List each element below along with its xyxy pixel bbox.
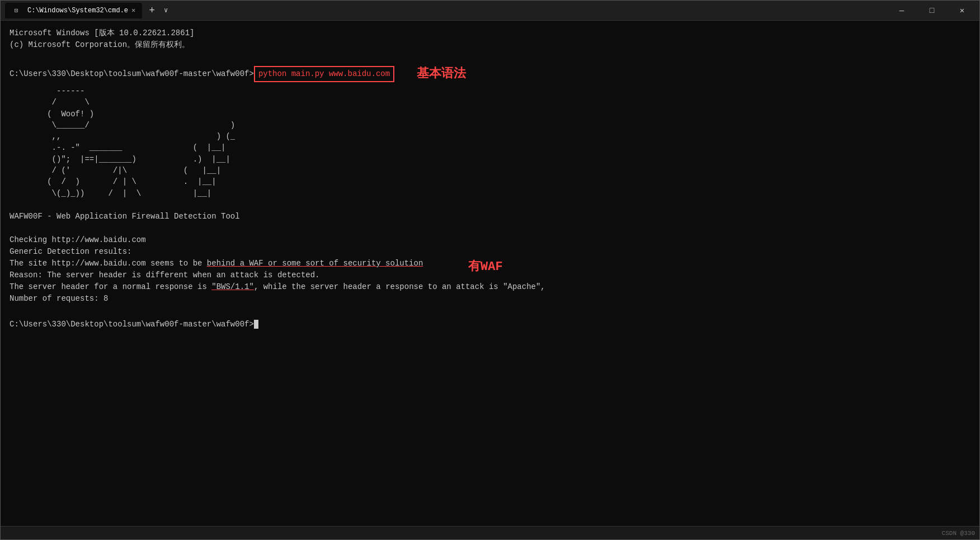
maximize-button[interactable]: □ xyxy=(919,2,945,19)
active-tab[interactable]: ⊡ C:\Windows\System32\cmd.e ✕ xyxy=(5,3,142,18)
ascii-art: ------ / \ ( Woof! ) \______/ ) ,, ) (_ … xyxy=(10,86,970,199)
checking-line: Checking http://www.baidu.com xyxy=(10,234,970,246)
ascii-line-5: ,, ) (_ xyxy=(10,131,970,142)
annotation-waf: 有WAF xyxy=(468,258,503,276)
title-bar: ⊡ C:\Windows\System32\cmd.e ✕ + ∨ — □ ✕ xyxy=(1,1,979,21)
header-line1: Microsoft Windows [版本 10.0.22621.2861] xyxy=(10,27,970,39)
detection-detail-text: The site http://www.baidu.com seems to b… xyxy=(10,258,423,269)
bottom-bar: CSDN @330 xyxy=(1,526,979,539)
ascii-line-7: ()"; |==|_______) .) |__| xyxy=(10,154,970,165)
requests-line: Number of requests: 8 xyxy=(10,293,970,305)
cursor xyxy=(254,320,258,329)
detection-prefix: The site http://www.baidu.com seems to b… xyxy=(10,259,207,268)
bottom-bar-text: CSDN @330 xyxy=(942,530,975,537)
detection-section: Checking http://www.baidu.com Generic De… xyxy=(10,234,970,305)
ascii-line-9: ( / ) / | \ . |__| xyxy=(10,176,970,187)
ascii-line-6: .-. -" _______ ( |__| xyxy=(10,142,970,153)
minimize-button[interactable]: — xyxy=(889,2,915,19)
terminal-body: Microsoft Windows [版本 10.0.22621.2861] (… xyxy=(1,21,979,526)
window-controls: — □ ✕ xyxy=(889,2,975,19)
close-button[interactable]: ✕ xyxy=(949,2,975,19)
ascii-line-1: ------ xyxy=(10,86,970,97)
new-tab-button[interactable]: + xyxy=(144,5,159,16)
detection-waf-text: behind a WAF or some sort of security so… xyxy=(207,259,423,268)
ascii-line-8: / (' /|\ ( |__| xyxy=(10,165,970,176)
server-header-bws: "BWS/1.1" xyxy=(211,282,254,291)
header-line2: (c) Microsoft Corporation。保留所有权利。 xyxy=(10,39,970,51)
terminal-window: ⊡ C:\Windows\System32\cmd.e ✕ + ∨ — □ ✕ … xyxy=(0,0,980,540)
annotation-basic: 基本语法 xyxy=(417,65,466,83)
tab-close-button[interactable]: ✕ xyxy=(131,6,135,15)
highlighted-command: python main.py www.baidu.com xyxy=(254,66,394,82)
tab-title: C:\Windows\System32\cmd.e xyxy=(27,7,128,15)
ascii-line-3: ( Woof! ) xyxy=(10,108,970,120)
ascii-line-4: \______/ ) xyxy=(10,120,970,131)
prompt1: C:\Users\330\Desktop\toolsum\wafw00f-mas… xyxy=(10,68,254,80)
server-header-prefix: The server header for a normal response … xyxy=(10,282,211,291)
final-prompt-line: C:\Users\330\Desktop\toolsum\wafw00f-mas… xyxy=(10,319,970,330)
server-header-line: The server header for a normal response … xyxy=(10,281,970,293)
tab-dropdown-button[interactable]: ∨ xyxy=(162,6,170,15)
detection-detail-row: The site http://www.baidu.com seems to b… xyxy=(10,258,970,269)
terminal-tab-icon: ⊡ xyxy=(12,6,21,15)
wafw00f-desc: WAFW00F - Web Application Firewall Detec… xyxy=(10,211,970,222)
ascii-line-10: \(_)_)) / | \ |__| xyxy=(10,188,970,199)
prompt2: C:\Users\330\Desktop\toolsum\wafw00f-mas… xyxy=(10,319,254,330)
tab-area: ⊡ C:\Windows\System32\cmd.e ✕ + ∨ xyxy=(5,3,889,18)
server-header-middle: , while the server header a response to … xyxy=(254,282,545,291)
ascii-line-2: / \ xyxy=(10,97,970,108)
detection-results: Generic Detection results: xyxy=(10,246,970,258)
command-line: C:\Users\330\Desktop\toolsum\wafw00f-mas… xyxy=(10,65,970,83)
